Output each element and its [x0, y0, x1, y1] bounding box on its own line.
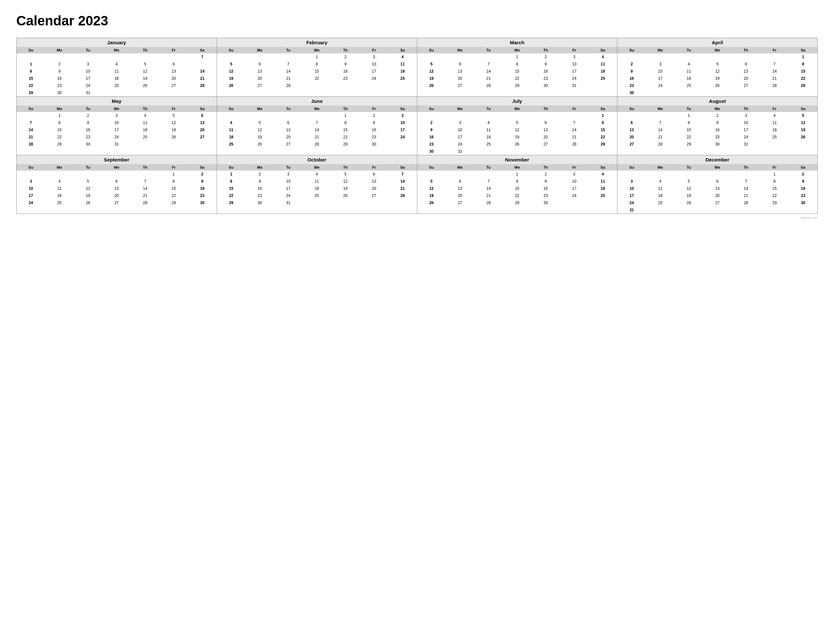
calendar-day: 7: [474, 178, 503, 185]
weekday-header-th: Th: [131, 164, 160, 171]
month-table-april: SuMoTuWeThFrSa12345678910111213141516171…: [617, 47, 817, 96]
calendar-day: 15: [760, 185, 789, 192]
calendar-day: 9: [417, 126, 446, 134]
calendar-day: 25: [217, 140, 246, 148]
calendar-day: [732, 171, 760, 178]
calendar-day: [617, 112, 646, 119]
calendar-day: 21: [303, 134, 331, 140]
calendar-day: [303, 199, 331, 207]
calendar-day: [760, 207, 789, 213]
calendar-day: 13: [245, 68, 274, 75]
calendar-day: 5: [703, 61, 732, 68]
calendar-day: 27: [703, 199, 732, 207]
calendar-day: 26: [74, 199, 102, 207]
month-title-february: February: [217, 38, 417, 47]
calendar-day: 16: [74, 126, 102, 134]
weekday-header-mo: Mo: [45, 164, 74, 171]
calendar-day: 12: [131, 68, 160, 75]
footer-credit: colomio.com: [16, 216, 818, 220]
calendar-day: 13: [159, 68, 188, 75]
calendar-day: 2: [331, 53, 360, 61]
calendar-day: 7: [760, 61, 789, 68]
calendar-day: 7: [303, 119, 331, 126]
calendar-day: 19: [331, 185, 360, 192]
calendar-day: 8: [789, 61, 817, 68]
calendar-day: 10: [102, 119, 131, 126]
calendar-day: [675, 171, 703, 178]
calendar-day: 6: [102, 178, 131, 185]
calendar-day: 26: [159, 134, 188, 140]
calendar-day: 21: [131, 192, 160, 199]
calendar-day: [188, 140, 217, 148]
calendar-day: 19: [159, 126, 188, 134]
month-block-june: JuneSuMoTuWeThFrSa1234567891011121314151…: [217, 97, 417, 155]
weekday-header-sa: Sa: [188, 47, 217, 53]
calendar-day: 18: [675, 75, 703, 82]
calendar-day: 27: [446, 199, 474, 207]
calendar-day: 15: [503, 68, 532, 75]
weekday-header-sa: Sa: [589, 164, 617, 171]
weekday-header-sa: Sa: [789, 164, 817, 171]
month-table-august: SuMoTuWeThFrSa12345678910111213141516171…: [617, 105, 817, 148]
calendar-day: 12: [789, 119, 817, 126]
calendar-day: 6: [360, 171, 388, 178]
weekday-header-th: Th: [331, 164, 360, 171]
calendar-day: 1: [17, 61, 45, 68]
calendar-day: 19: [217, 75, 246, 82]
calendar-day: 27: [274, 140, 303, 148]
calendar-day: 13: [703, 185, 732, 192]
calendar-day: 11: [589, 61, 617, 68]
calendar-day: 31: [560, 82, 589, 89]
calendar-day: 21: [760, 75, 789, 82]
calendar-day: 14: [274, 68, 303, 75]
calendar-day: [531, 112, 560, 119]
calendar-day: 10: [560, 178, 589, 185]
calendar-day: 17: [617, 192, 646, 199]
calendar-day: 17: [646, 75, 675, 82]
calendar-day: 28: [188, 82, 217, 89]
calendar-day: 13: [102, 185, 131, 192]
calendar-day: 9: [789, 178, 817, 185]
calendar-day: 2: [531, 171, 560, 178]
calendar-day: 5: [503, 119, 532, 126]
calendar-day: 9: [617, 68, 646, 75]
calendar-day: 21: [732, 192, 760, 199]
calendar-day: 7: [474, 61, 503, 68]
calendar-day: 14: [560, 126, 589, 134]
calendar-day: 26: [245, 140, 274, 148]
calendar-day: 23: [789, 192, 817, 199]
calendar-day: 29: [331, 140, 360, 148]
calendar-day: 1: [589, 112, 617, 119]
calendar-day: 11: [102, 68, 131, 75]
calendar-day: 28: [388, 192, 417, 199]
weekday-header-we: We: [303, 164, 331, 171]
month-block-august: AugustSuMoTuWeThFrSa12345678910111213141…: [617, 97, 818, 155]
calendar-day: 19: [417, 192, 446, 199]
calendar-day: 30: [74, 140, 102, 148]
calendar-day: [646, 207, 675, 213]
calendar-day: 18: [474, 134, 503, 140]
calendar-day: 8: [760, 178, 789, 185]
calendar-day: 15: [45, 126, 74, 134]
calendar-day: 2: [45, 61, 74, 68]
calendar-day: 14: [474, 68, 503, 75]
calendar-day: 6: [446, 61, 474, 68]
calendar-day: 3: [102, 112, 131, 119]
calendar-day: 23: [360, 134, 388, 140]
calendar-day: 3: [617, 178, 646, 185]
month-table-october: SuMoTuWeThFrSa12345678910111213141516171…: [217, 164, 417, 207]
calendar-day: 25: [760, 134, 789, 140]
weekday-header-su: Su: [417, 164, 446, 171]
calendar-day: 22: [503, 192, 532, 199]
calendar-day: 16: [531, 68, 560, 75]
calendar-day: 27: [617, 140, 646, 148]
weekday-header-fr: Fr: [760, 105, 789, 112]
calendar-day: 18: [646, 192, 675, 199]
calendar-day: 31: [732, 140, 760, 148]
calendar-day: 24: [17, 199, 45, 207]
calendar-day: 13: [446, 68, 474, 75]
calendar-day: 24: [274, 192, 303, 199]
calendar-day: 10: [360, 61, 388, 68]
weekday-header-sa: Sa: [789, 105, 817, 112]
calendar-day: 8: [675, 119, 703, 126]
